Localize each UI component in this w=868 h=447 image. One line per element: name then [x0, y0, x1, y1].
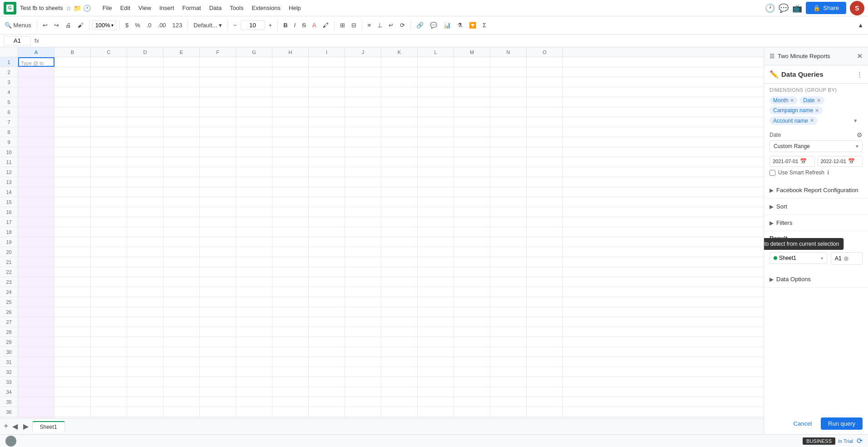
cell-K21[interactable] — [381, 257, 418, 267]
save-on-sheet-dropdown[interactable]: Sheet1 ▾ Auto detect from current select… — [769, 252, 827, 264]
font-size-increase[interactable]: + — [266, 20, 275, 30]
cell-J3[interactable] — [345, 77, 381, 87]
cell-K10[interactable] — [381, 147, 418, 157]
col-header-b[interactable]: B — [54, 47, 91, 57]
cell-L14[interactable] — [418, 187, 454, 197]
cell-B18[interactable] — [54, 227, 91, 237]
row-number-29[interactable]: 29 — [0, 337, 18, 347]
cell-F31[interactable] — [200, 357, 236, 367]
run-query-button[interactable]: Run query — [821, 417, 863, 430]
cell-E20[interactable] — [163, 247, 200, 257]
cell-G2[interactable] — [236, 67, 272, 77]
cell-O30[interactable] — [527, 347, 563, 357]
cell-A12[interactable] — [18, 167, 54, 177]
undo-button[interactable]: ↩ — [40, 20, 50, 30]
cell-O25[interactable] — [527, 297, 563, 307]
cell-J25[interactable] — [345, 297, 381, 307]
cell-O28[interactable] — [527, 327, 563, 337]
cell-N6[interactable] — [490, 107, 527, 117]
valign-button[interactable]: ⊥ — [375, 20, 385, 30]
row-number-24[interactable]: 24 — [0, 287, 18, 297]
row-number-25[interactable]: 25 — [0, 297, 18, 307]
cell-G30[interactable] — [236, 347, 272, 357]
cell-M32[interactable] — [454, 367, 490, 377]
cell-B13[interactable] — [54, 177, 91, 187]
cell-G17[interactable] — [236, 217, 272, 227]
cell-B6[interactable] — [54, 107, 91, 117]
cell-E14[interactable] — [163, 187, 200, 197]
cell-M33[interactable] — [454, 377, 490, 387]
cell-B31[interactable] — [54, 357, 91, 367]
cell-L20[interactable] — [418, 247, 454, 257]
cell-D33[interactable] — [127, 377, 163, 387]
cell-E19[interactable] — [163, 237, 200, 247]
collapse-button[interactable]: ▲ — [855, 20, 866, 30]
wrap-button[interactable]: ↵ — [386, 20, 396, 30]
cell-N17[interactable] — [490, 217, 527, 227]
cell-A29[interactable] — [18, 337, 54, 347]
cell-E31[interactable] — [163, 357, 200, 367]
tag-campaign-remove[interactable]: ✕ — [815, 108, 819, 114]
cell-N2[interactable] — [490, 67, 527, 77]
cell-E27[interactable] — [163, 317, 200, 327]
row-number-17[interactable]: 17 — [0, 217, 18, 227]
cell-J11[interactable] — [345, 157, 381, 167]
tag-date-remove[interactable]: ✕ — [817, 98, 821, 104]
cell-G25[interactable] — [236, 297, 272, 307]
menu-view[interactable]: View — [135, 3, 155, 13]
cell-B4[interactable] — [54, 87, 91, 97]
cell-H9[interactable] — [272, 137, 309, 147]
col-header-e[interactable]: E — [163, 47, 200, 57]
cell-D12[interactable] — [127, 167, 163, 177]
cell-M10[interactable] — [454, 147, 490, 157]
cell-J8[interactable] — [345, 127, 381, 137]
cell-J31[interactable] — [345, 357, 381, 367]
cell-O26[interactable] — [527, 307, 563, 317]
cell-G18[interactable] — [236, 227, 272, 237]
cell-I30[interactable] — [309, 347, 345, 357]
col-header-l[interactable]: L — [418, 47, 454, 57]
cell-B29[interactable] — [54, 337, 91, 347]
cell-H6[interactable] — [272, 107, 309, 117]
cell-F17[interactable] — [200, 217, 236, 227]
decimal-inc-button[interactable]: .00 — [155, 20, 169, 30]
cell-N11[interactable] — [490, 157, 527, 167]
cell-I17[interactable] — [309, 217, 345, 227]
col-header-g[interactable]: G — [236, 47, 272, 57]
cell-C1[interactable] — [91, 57, 127, 67]
cell-K26[interactable] — [381, 307, 418, 317]
cell-F11[interactable] — [200, 157, 236, 167]
cell-H1[interactable] — [272, 57, 309, 67]
col-header-i[interactable]: I — [309, 47, 345, 57]
cell-O36[interactable] — [527, 407, 563, 417]
cell-J32[interactable] — [345, 367, 381, 377]
cell-H21[interactable] — [272, 257, 309, 267]
cell-O23[interactable] — [527, 277, 563, 287]
cell-M30[interactable] — [454, 347, 490, 357]
row-number-35[interactable]: 35 — [0, 397, 18, 407]
cell-E23[interactable] — [163, 277, 200, 287]
cell-H17[interactable] — [272, 217, 309, 227]
cell-E10[interactable] — [163, 147, 200, 157]
cell-D14[interactable] — [127, 187, 163, 197]
cell-B3[interactable] — [54, 77, 91, 87]
cell-J30[interactable] — [345, 347, 381, 357]
cell-N34[interactable] — [490, 387, 527, 397]
cell-E24[interactable] — [163, 287, 200, 297]
cell-J16[interactable] — [345, 207, 381, 217]
cell-G23[interactable] — [236, 277, 272, 287]
row-number-22[interactable]: 22 — [0, 267, 18, 277]
cell-M1[interactable] — [454, 57, 490, 67]
cell-O27[interactable] — [527, 317, 563, 327]
cell-I32[interactable] — [309, 367, 345, 377]
print-button[interactable]: 🖨 — [63, 20, 74, 30]
cell-H35[interactable] — [272, 397, 309, 407]
cell-L28[interactable] — [418, 327, 454, 337]
cell-G29[interactable] — [236, 337, 272, 347]
history-icon[interactable]: 🕐 — [83, 5, 91, 12]
cell-H27[interactable] — [272, 317, 309, 327]
cell-B8[interactable] — [54, 127, 91, 137]
row-number-28[interactable]: 28 — [0, 327, 18, 337]
cell-L37[interactable] — [418, 417, 454, 418]
cell-E36[interactable] — [163, 407, 200, 417]
